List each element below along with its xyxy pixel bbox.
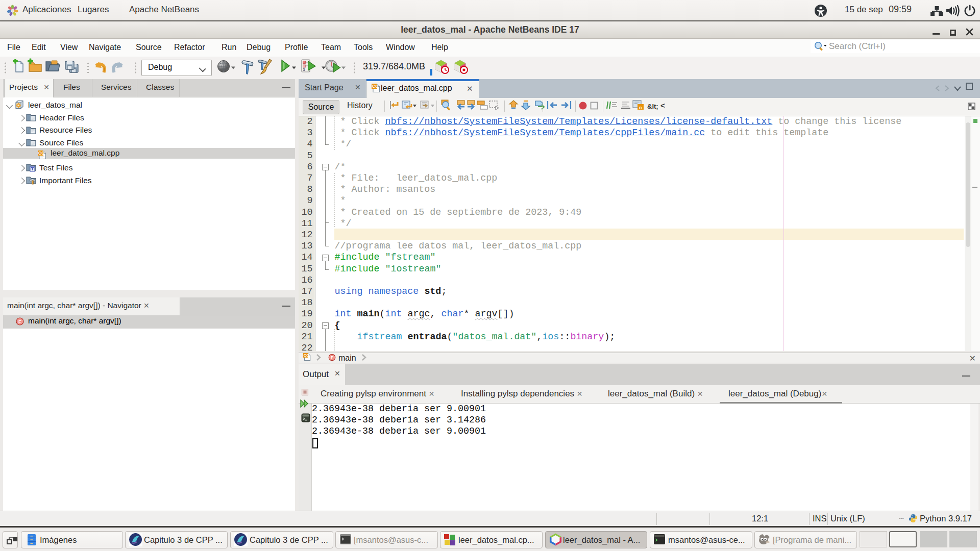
svg-text:3: 3: [303, 67, 305, 72]
svg-text:n: n: [639, 105, 642, 110]
svg-text:CC: CC: [38, 151, 44, 156]
svg-text:F: F: [18, 319, 21, 324]
svg-text:CC: CC: [304, 353, 309, 358]
svg-text:CC: CC: [372, 84, 378, 89]
svg-text:F: F: [331, 355, 333, 360]
